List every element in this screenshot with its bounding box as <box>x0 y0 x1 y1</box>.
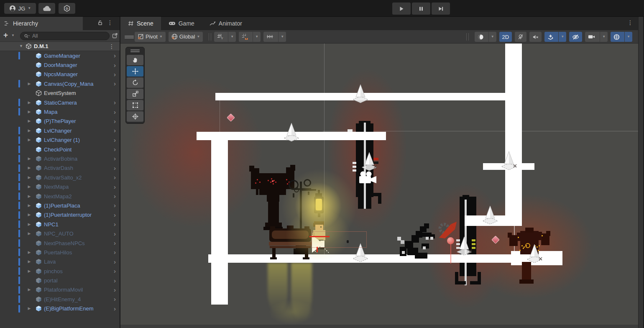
sprite-block[interactable] <box>256 188 258 195</box>
draw-mode-button-main[interactable] <box>475 32 487 42</box>
snap-increment-button[interactable]: ▼ <box>263 32 286 42</box>
hierarchy-item[interactable]: DoorManager› <box>0 60 120 69</box>
structure-block[interactable] <box>463 195 469 197</box>
platform[interactable] <box>505 44 522 216</box>
tab-scene[interactable]: Scene <box>120 17 161 30</box>
hierarchy-item[interactable]: ▶ActivarSalto_x2› <box>0 173 120 182</box>
hierarchy-item[interactable]: ▶StaticCamera› <box>0 98 120 107</box>
sprite-block[interactable] <box>284 188 286 194</box>
prefab-open-chevron[interactable]: › <box>114 269 116 273</box>
light-gizmo[interactable] <box>525 243 544 264</box>
light-gizmo[interactable] <box>351 84 370 105</box>
structure-block[interactable] <box>470 281 481 284</box>
chevron-down-icon[interactable]: ▼ <box>11 34 15 37</box>
prefab-open-chevron[interactable]: › <box>114 128 116 133</box>
camera-settings-button-dropdown[interactable]: ▼ <box>600 32 608 42</box>
expand-arrow-icon[interactable]: ▶ <box>26 223 32 226</box>
hierarchy-item[interactable]: ▶NPC1› <box>0 220 120 229</box>
sprite-block[interactable] <box>287 226 294 230</box>
sprite-block[interactable] <box>320 226 322 228</box>
sprite-block[interactable] <box>305 248 308 258</box>
hierarchy-item[interactable]: ▶ActivarBobina› <box>0 154 120 163</box>
prefab-open-chevron[interactable]: › <box>114 147 116 151</box>
scene-root-row[interactable]: ▼ D.M.1 ⋮ <box>0 42 120 51</box>
transform-tool[interactable] <box>127 111 143 122</box>
sprite-block[interactable] <box>272 248 276 258</box>
sprite-block[interactable] <box>522 262 531 281</box>
toolbar-drag-handle[interactable] <box>124 33 135 41</box>
expand-arrow-icon[interactable]: ▶ <box>26 129 32 133</box>
sprite-block[interactable] <box>423 246 426 249</box>
grid-visibility-button-dropdown[interactable]: ▼ <box>228 32 236 42</box>
grid-snapping-button-main[interactable] <box>239 32 251 42</box>
add-object-button[interactable]: + <box>3 31 8 39</box>
prefab-open-chevron[interactable]: › <box>114 119 116 123</box>
prefab-open-chevron[interactable]: › <box>114 307 116 311</box>
expand-arrow-icon[interactable]: ▶ <box>26 288 32 292</box>
collectible-diamond[interactable] <box>491 236 500 244</box>
unlock-icon[interactable] <box>97 20 103 26</box>
prefab-open-chevron[interactable]: › <box>114 54 116 58</box>
audio-toggle[interactable] <box>529 32 542 42</box>
snap-increment-button-main[interactable] <box>263 32 276 42</box>
sprite-block[interactable] <box>402 251 405 254</box>
position-handle-sphere[interactable] <box>447 237 454 244</box>
expand-arrow-icon[interactable]: ▶ <box>26 195 32 198</box>
sprite-block[interactable] <box>518 237 519 238</box>
sprite-block[interactable] <box>318 213 320 217</box>
search-input[interactable] <box>32 33 95 39</box>
hierarchy-item[interactable]: portal› <box>0 276 120 285</box>
camera-settings-button[interactable]: ▼ <box>585 32 608 42</box>
hierarchy-item[interactable]: ▶NextMapa2› <box>0 192 120 201</box>
prefab-open-chevron[interactable]: › <box>114 241 116 245</box>
expand-arrow-icon[interactable]: ▶ <box>26 213 32 217</box>
sprite-block[interactable] <box>259 182 261 183</box>
hierarchy-item[interactable]: ▶(1)PuertaInterruptor› <box>0 210 120 220</box>
gizmos-toggle-dropdown[interactable]: ▼ <box>624 32 632 42</box>
platform[interactable] <box>211 140 228 305</box>
expand-arrow-icon[interactable]: ▶ <box>26 157 32 161</box>
expand-arrow-icon[interactable]: ▶ <box>26 138 32 142</box>
sprite-block[interactable] <box>546 231 550 236</box>
sprite-block[interactable] <box>426 237 429 240</box>
move-tool[interactable] <box>127 66 143 77</box>
camera-gizmo[interactable] <box>358 171 377 185</box>
sprite-block[interactable] <box>401 240 404 244</box>
prefab-open-chevron[interactable]: › <box>114 100 116 105</box>
hierarchy-item[interactable]: ▶ActivarDash› <box>0 164 120 173</box>
effects-toggle-dropdown[interactable]: ▼ <box>558 32 566 42</box>
sprite-block[interactable] <box>525 228 534 233</box>
hierarchy-item[interactable]: ▶Canvas(Copy_Mana› <box>0 79 120 88</box>
sprite-block[interactable] <box>286 179 287 180</box>
hierarchy-item[interactable]: ▶PlataformaMovil› <box>0 285 120 295</box>
version-control-button[interactable]: D <box>59 3 75 14</box>
prefab-open-chevron[interactable]: › <box>114 288 116 292</box>
prefab-open-chevron[interactable]: › <box>114 72 116 77</box>
scene-viewport[interactable] <box>120 44 638 328</box>
prefab-open-chevron[interactable]: › <box>114 156 116 161</box>
tab-animator[interactable]: Animator <box>202 17 250 30</box>
sprite-block[interactable] <box>255 182 256 184</box>
sprite-block[interactable] <box>272 180 273 182</box>
hierarchy-item[interactable]: EventSystem <box>0 89 120 98</box>
effects-toggle[interactable]: ▼ <box>544 32 566 42</box>
hierarchy-search-box[interactable] <box>20 32 110 40</box>
hierarchy-item[interactable]: ▶(E)BigPlatformEnem› <box>0 304 120 313</box>
collectible-diamond[interactable] <box>227 113 235 122</box>
sprite-block[interactable] <box>293 193 294 197</box>
draw-mode-button[interactable]: ▼ <box>475 32 496 42</box>
sprite-block[interactable] <box>268 201 279 223</box>
sprite-block[interactable] <box>273 180 275 181</box>
hierarchy-item[interactable]: ▶(P)ThePlayer› <box>0 117 120 126</box>
structure-block[interactable] <box>353 162 356 164</box>
account-button[interactable]: JG ▼ <box>4 3 36 14</box>
hierarchy-item[interactable]: CheckPoint› <box>0 145 120 154</box>
expand-arrow-icon[interactable]: ▶ <box>26 269 32 273</box>
sprite-block[interactable] <box>257 179 258 180</box>
hierarchy-item[interactable]: ▶pinchos› <box>0 266 120 276</box>
expand-arrow-icon[interactable]: ▶ <box>26 176 32 179</box>
cloud-services-button[interactable] <box>38 3 55 14</box>
expand-arrow-icon[interactable]: ▶ <box>26 204 32 208</box>
popout-icon[interactable] <box>112 33 118 38</box>
palette-drag-handle[interactable] <box>126 47 144 54</box>
